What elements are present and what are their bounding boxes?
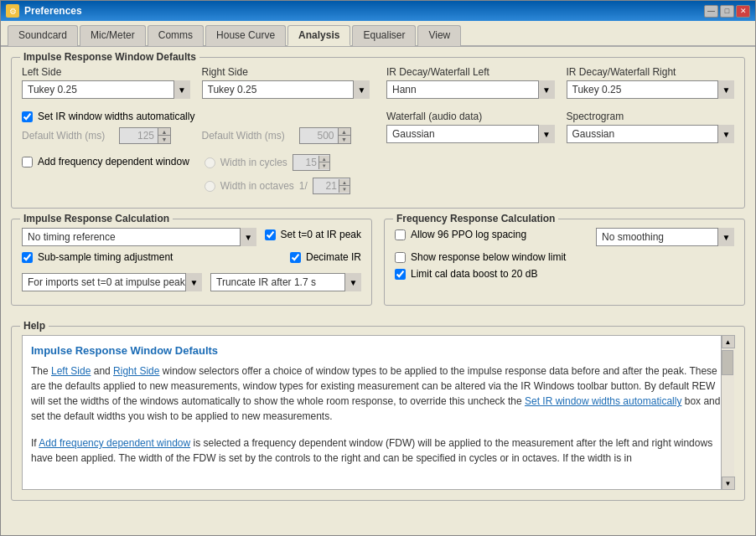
spectrogram-group: Spectrogram Gaussian ▼ [567,111,735,143]
ir-decay-right-label: IR Decay/Waterfall Right [567,66,735,78]
allow-96-checkbox[interactable] [395,229,406,240]
right-side-group: Right Side Tukey 0.25 ▼ [202,66,370,99]
tab-comms[interactable]: Comms [148,25,204,46]
ir-calculation-section: Impulse Response Calculation No timing r… [11,219,372,306]
minimize-button[interactable]: — [704,5,718,18]
spectrogram-select[interactable]: Gaussian [567,125,735,143]
default-width-right-up[interactable]: ▲ [339,128,350,136]
left-side-select[interactable]: Tukey 0.25 [22,80,190,99]
scroll-thumb[interactable] [722,350,733,375]
waterfall-select[interactable]: Gaussian [386,125,555,143]
ir-decay-left-container: Hann ▼ [386,80,555,99]
app-icon: ⚙ [6,4,19,18]
add-freq-dep-checkbox[interactable] [22,157,33,168]
help-scrollbar[interactable]: ▲ ▼ [721,335,734,490]
ir-decay-left-select[interactable]: Hann [386,80,555,99]
title-bar: ⚙ Preferences — □ ✕ [1,1,755,21]
decimate-ir-row: Decimate IR [290,251,361,263]
width-cycles-row: Width in cycles ▲ ▼ [205,154,350,171]
timing-ref-select[interactable]: No timing reference [22,228,256,246]
show-below-checkbox[interactable] [395,252,406,263]
tab-house-curve[interactable]: House Curve [205,25,286,46]
window-title: Preferences [24,5,82,17]
window-left-col: Left Side Tukey 0.25 ▼ Right Side [22,66,370,198]
tab-mic-meter[interactable]: Mic/Meter [80,25,146,46]
waterfall-label: Waterfall (audio data) [386,111,555,122]
help-link-add-freq[interactable]: Add frequency dependent window [39,437,190,449]
window-right-col: IR Decay/Waterfall Left Hann ▼ IR Decay/… [386,66,734,198]
default-width-left-row: Default Width (ms) ▲ ▼ [22,127,190,144]
maximize-button[interactable]: □ [720,5,734,18]
smoothing-select[interactable]: No smoothing [596,228,734,246]
close-button[interactable]: ✕ [736,5,750,18]
allow-96-label: Allow 96 PPO log spacing [411,229,526,240]
set-ir-auto-row: Set IR window widths automatically [22,111,370,122]
sub-sample-checkbox[interactable] [22,252,33,263]
set-t0-checkbox[interactable] [265,229,276,240]
spectrogram-label: Spectrogram [567,111,735,122]
default-width-left-arrows: ▲ ▼ [158,128,170,143]
width-cycles-radio[interactable] [205,157,215,168]
show-below-row: Show response below window limit [395,251,734,263]
timing-ref-container: No timing reference ▼ [22,228,256,246]
tab-equaliser[interactable]: Equaliser [352,25,416,46]
width-octaves-label: Width in octaves [220,180,294,192]
limit-cal-checkbox[interactable] [395,269,406,280]
set-ir-auto-label: Set IR window widths automatically [38,111,194,122]
help-link-left-side[interactable]: Left Side [51,365,91,377]
tab-soundcard[interactable]: Soundcard [8,25,78,46]
ir-decay-right-container: Tukey 0.25 ▼ [567,80,735,99]
width-octaves-row: Width in octaves 1/ ▲ ▼ [205,178,350,194]
tab-view[interactable]: View [417,25,461,46]
sub-sample-label: Sub-sample timing adjustment [38,251,173,263]
ir-calculation-title: Impulse Response Calculation [20,213,173,224]
default-width-left-up[interactable]: ▲ [158,128,170,136]
freq-response-section: Frequency Response Calculation Allow 96 … [384,219,745,306]
help-title: Help [20,320,49,332]
title-controls: — □ ✕ [704,5,750,18]
width-cycles-up[interactable]: ▲ [319,156,329,162]
scroll-down-button[interactable]: ▼ [722,477,735,490]
width-octaves-prefix: 1/ [299,180,308,192]
help-paragraph-1: The Left Side and Right Side window sele… [31,363,725,424]
content-area: Impulse Response Window Defaults Left Si… [1,47,755,535]
window-defaults-columns: Left Side Tukey 0.25 ▼ Right Side [22,66,734,198]
default-width-left-spinbox: ▲ ▼ [119,127,171,144]
width-octaves-down[interactable]: ▼ [339,186,350,193]
spectrogram-container: Gaussian ▼ [567,125,735,143]
imports-select[interactable]: For imports set t=0 at impulse peak [22,273,202,291]
help-content-box: Impulse Response Window Defaults The Lef… [22,335,734,490]
help-link-set-ir[interactable]: Set IR window widths automatically [525,395,681,407]
waterfall-container: Gaussian ▼ [386,125,555,143]
help-text-5: If [31,437,39,449]
width-cycles-arrows: ▲ ▼ [318,156,329,169]
impulse-window-title: Impulse Response Window Defaults [20,51,199,63]
help-paragraph-2: If Add frequency dependent window is sel… [31,436,725,466]
help-text-2: and [91,365,113,377]
default-width-left-label: Default Width (ms) [22,130,114,142]
left-side-dropdown-container: Tukey 0.25 ▼ [22,80,190,99]
help-heading: Impulse Response Window Defaults [31,344,725,357]
decimate-ir-checkbox[interactable] [290,252,301,263]
width-octaves-input [313,178,339,193]
default-width-right-down[interactable]: ▼ [339,136,350,143]
help-content-wrapper: Impulse Response Window Defaults The Lef… [22,335,734,490]
title-bar-left: ⚙ Preferences [6,4,82,18]
truncate-select[interactable]: Truncate IR after 1.7 s [210,273,361,291]
width-octaves-radio[interactable] [205,181,215,192]
default-width-left-down[interactable]: ▼ [158,136,170,143]
ir-decay-left-label: IR Decay/Waterfall Left [386,66,555,78]
tab-analysis[interactable]: Analysis [287,25,350,46]
width-octaves-up[interactable]: ▲ [339,179,350,186]
default-width-right-row: Default Width (ms) ▲ ▼ [202,127,370,144]
default-width-right-input [300,128,338,143]
help-link-right-side[interactable]: Right Side [113,365,159,377]
preferences-window: ⚙ Preferences — □ ✕ Soundcard Mic/Meter … [0,0,756,536]
scroll-up-button[interactable]: ▲ [722,335,735,348]
ir-decay-right-select[interactable]: Tukey 0.25 [567,80,735,99]
right-side-select[interactable]: Tukey 0.25 [202,80,370,99]
width-cycles-down[interactable]: ▼ [319,162,329,169]
width-cycles-spinbox: ▲ ▼ [293,154,330,171]
scroll-track [722,348,734,477]
set-ir-auto-checkbox[interactable] [22,111,33,122]
